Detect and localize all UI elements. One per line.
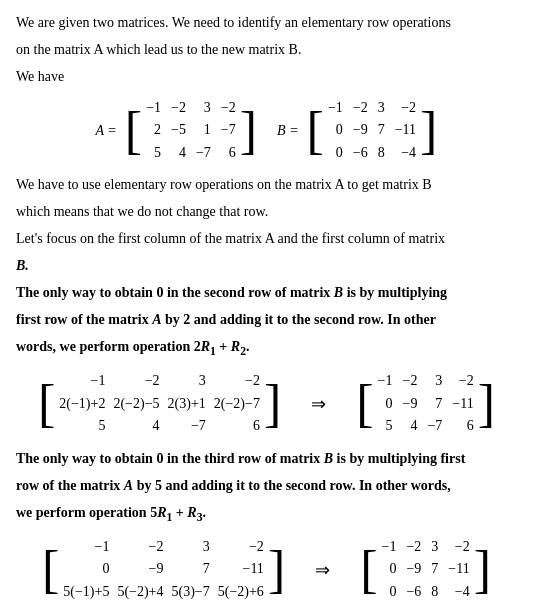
matrix-b-wrap: B = [ −1−23−2 0−97−11 0−68−4 ] — [277, 97, 437, 164]
cell: 6 — [452, 415, 473, 437]
cell: 2(−1)+2 — [59, 393, 105, 415]
cell: 5(3)−7 — [172, 581, 210, 603]
exp1-line5: The only way to obtain 0 in the second r… — [16, 282, 517, 303]
cell: 0 — [382, 581, 397, 603]
matrix-b-label: B = — [277, 123, 299, 139]
bracket-left-s1: [ — [38, 378, 55, 430]
cell: −2 — [171, 97, 186, 119]
cell: −1 — [146, 97, 161, 119]
step1-left-grid: −1 −2 3 −2 2(−1)+2 2(−2)−5 2(3)+1 2(−2)−… — [59, 370, 260, 437]
cell: 0 — [382, 558, 397, 580]
cell: −2 — [406, 536, 421, 558]
cell: 7 — [378, 119, 385, 141]
exp1-line4: B. — [16, 255, 517, 276]
step1-right-matrix: [ −1−23−2 0−97−11 54−76 ] — [356, 370, 495, 437]
bracket-right-a: ] — [240, 105, 257, 157]
intro-line1: We are given two matrices. We need to id… — [16, 12, 517, 33]
cell: −11 — [395, 119, 416, 141]
cell: 5 — [146, 142, 161, 164]
cell: 3 — [196, 97, 211, 119]
cell: 2(3)+1 — [168, 393, 206, 415]
matrix-a-grid: −1−23−2 2−51−7 54−76 — [146, 97, 236, 164]
step2-left-grid: −1 −2 3 −2 0 −9 7 −11 5(−1)+5 5(−2)+4 5(… — [63, 536, 264, 603]
cell: −7 — [221, 119, 236, 141]
step1-left-matrix: [ −1 −2 3 −2 2(−1)+2 2(−2)−5 2(3)+1 2(−2… — [38, 370, 281, 437]
cell: 0 — [328, 142, 343, 164]
step2-block: [ −1 −2 3 −2 0 −9 7 −11 5(−1)+5 5(−2)+4 … — [16, 536, 517, 603]
step1-block: [ −1 −2 3 −2 2(−1)+2 2(−2)−5 2(3)+1 2(−2… — [16, 370, 517, 437]
exp2-line2: row of the matrix A by 5 and adding it t… — [16, 475, 517, 496]
cell: 5(−2)+4 — [117, 581, 163, 603]
cell: −4 — [448, 581, 469, 603]
cell: 2(−2)−7 — [214, 393, 260, 415]
cell: 5 — [59, 415, 105, 437]
cell: −7 — [427, 415, 442, 437]
cell: 2(−2)−5 — [113, 393, 159, 415]
cell: −2 — [452, 370, 473, 392]
step2-right-grid: −1−23−2 0−97−11 0−68−4 — [382, 536, 470, 603]
cell: 4 — [171, 142, 186, 164]
bracket-right-s2: ] — [268, 544, 285, 596]
cell: 7 — [427, 393, 442, 415]
intro-line2: on the matrix A which lead us to the new… — [16, 39, 517, 60]
cell: −5 — [171, 119, 186, 141]
step2-right-matrix: [ −1−23−2 0−97−11 0−68−4 ] — [360, 536, 491, 603]
cell: −1 — [59, 370, 105, 392]
cell: 3 — [431, 536, 438, 558]
cell: −7 — [168, 415, 206, 437]
cell: 3 — [378, 97, 385, 119]
matrix-a-label: A = — [96, 123, 117, 139]
cell: 0 — [63, 558, 109, 580]
bracket-left-s1r: [ — [356, 378, 373, 430]
cell: −2 — [402, 370, 417, 392]
exp1-line7: words, we perform operation 2R1 + R2. — [16, 336, 517, 360]
cell: −9 — [353, 119, 368, 141]
cell: −11 — [218, 558, 264, 580]
cell: −9 — [117, 558, 163, 580]
bracket-left-b: [ — [307, 105, 324, 157]
matrix-b-grid: −1−23−2 0−97−11 0−68−4 — [328, 97, 416, 164]
cell: 5 — [378, 415, 393, 437]
arrow-step2: ⇒ — [315, 559, 330, 581]
cell: 0 — [328, 119, 343, 141]
cell: −2 — [218, 536, 264, 558]
cell: 5(−2)+6 — [218, 581, 264, 603]
cell: 3 — [172, 536, 210, 558]
cell: −2 — [221, 97, 236, 119]
step1-right-grid: −1−23−2 0−97−11 54−76 — [378, 370, 474, 437]
cell: −1 — [382, 536, 397, 558]
cell: −1 — [328, 97, 343, 119]
cell: −11 — [452, 393, 473, 415]
bracket-right-b: ] — [420, 105, 437, 157]
cell: 3 — [427, 370, 442, 392]
cell: −6 — [353, 142, 368, 164]
cell: −7 — [196, 142, 211, 164]
cell: −9 — [402, 393, 417, 415]
cell: 7 — [431, 558, 438, 580]
exp1-line3: Let's focus on the first column of the m… — [16, 228, 517, 249]
bracket-right-s1r: ] — [478, 378, 495, 430]
matrices-ab-block: A = [ −1−23−2 2−51−7 54−76 ] B = [ −1−23… — [16, 97, 517, 164]
bracket-left-s2: [ — [42, 544, 59, 596]
cell: −1 — [378, 370, 393, 392]
cell: 1 — [196, 119, 211, 141]
exp2-line3: we perform operation 5R1 + R3. — [16, 502, 517, 526]
cell: −6 — [406, 581, 421, 603]
cell: −1 — [63, 536, 109, 558]
cell: −9 — [406, 558, 421, 580]
cell: −4 — [395, 142, 416, 164]
cell: −2 — [214, 370, 260, 392]
cell: 4 — [402, 415, 417, 437]
intro-line3: We have — [16, 66, 517, 87]
step2-left-matrix: [ −1 −2 3 −2 0 −9 7 −11 5(−1)+5 5(−2)+4 … — [42, 536, 285, 603]
cell: −11 — [448, 558, 469, 580]
exp1-line1: We have to use elementary row operations… — [16, 174, 517, 195]
cell: 3 — [168, 370, 206, 392]
bracket-left-a: [ — [125, 105, 142, 157]
exp2-line1: The only way to obtain 0 in the third ro… — [16, 448, 517, 469]
cell: 8 — [378, 142, 385, 164]
cell: −2 — [448, 536, 469, 558]
cell: −2 — [113, 370, 159, 392]
cell: 7 — [172, 558, 210, 580]
exp1-line6: first row of the matrix A by 2 and addin… — [16, 309, 517, 330]
